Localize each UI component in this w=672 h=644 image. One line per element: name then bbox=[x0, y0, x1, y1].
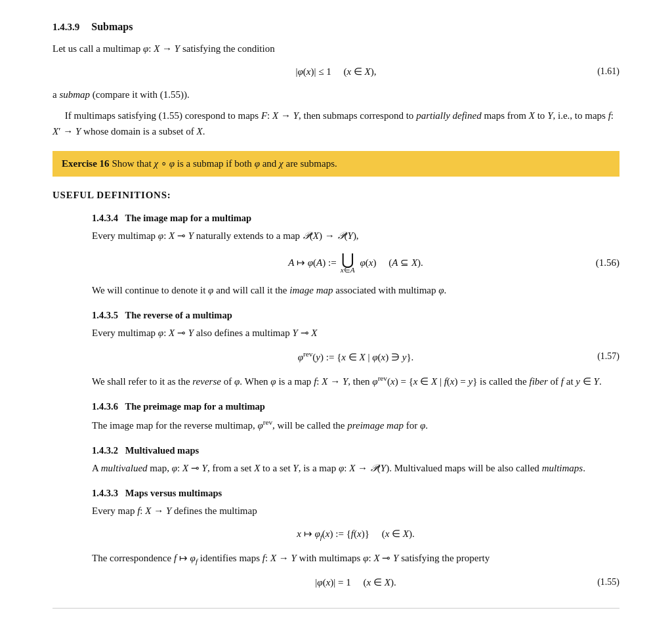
useful-defs-heading: USEFUL DEFINITIONS: bbox=[52, 190, 620, 201]
sub-number-1-4-3-6: 1.4.3.6 bbox=[92, 401, 118, 412]
intro-text: Let us call a multimap φ: X → Y satisfyi… bbox=[52, 41, 620, 56]
section-title: Submaps bbox=[91, 21, 133, 33]
submap-def-text: a submap (compare it with (1.55)). bbox=[52, 87, 620, 102]
sub-title-1-4-3-6: The preimage map for a multimap bbox=[125, 401, 265, 412]
section-number: 1.4.3.9 bbox=[52, 22, 79, 33]
sub-body-1-4-3-5-2: We shall refer to it as the reverse of φ… bbox=[92, 372, 620, 389]
formula-maps-vs-multimaps: x ↦ φf(x) := {f(x)} (x ∈ X). bbox=[92, 528, 620, 541]
sub-body-1-4-3-4-1: Every multimap φ: X ⊸ Y naturally extend… bbox=[92, 228, 620, 244]
subsection-1-4-3-5: 1.4.3.5 The reverse of a multimap Every … bbox=[92, 310, 620, 389]
formula-1-55: |φ(x)| = 1 (x ∈ X). (1.55) bbox=[92, 576, 620, 588]
sub-title-1-4-3-4: The image map for a multimap bbox=[125, 213, 252, 223]
sub-body-1-4-3-5-1: Every multimap φ: X ⊸ Y also defines a m… bbox=[92, 325, 620, 341]
subsection-1-4-3-6: 1.4.3.6 The preimage map for a multimap … bbox=[92, 401, 620, 433]
sub-body-1-4-3-2-1: A multivalued map, φ: X ⊸ Y, from a set … bbox=[92, 460, 620, 476]
formula-1-57: φrev(y) := {x ∈ X | φ(x) ∋ y}. (1.57) bbox=[92, 350, 620, 363]
sub-number-1-4-3-2: 1.4.3.2 bbox=[92, 445, 118, 456]
sub-number-1-4-3-5: 1.4.3.5 bbox=[92, 310, 118, 320]
subsection-1-4-3-2: 1.4.3.2 Multivalued maps A multivalued m… bbox=[92, 445, 620, 476]
sub-body-1-4-3-3-1: Every map f: X → Y defines the multimap bbox=[92, 503, 620, 519]
page-content: 1.4.3.9 Submaps Let us call a multimap φ… bbox=[0, 0, 672, 644]
exercise-16-box: Exercise 16 Show that χ ∘ φ is a submap … bbox=[52, 151, 620, 177]
exercise-text: Show that χ ∘ φ is a submap if both φ an… bbox=[112, 158, 337, 169]
eq-number-1-56: (1.56) bbox=[596, 257, 620, 268]
sub-number-1-4-3-4: 1.4.3.4 bbox=[92, 213, 118, 223]
sub-body-1-4-3-4-2: We will continue to denote it φ and will… bbox=[92, 282, 620, 298]
subsection-1-4-3-4: 1.4.3.4 The image map for a multimap Eve… bbox=[92, 213, 620, 298]
corespond-text: If multimaps satisfying (1.55) corespond… bbox=[52, 108, 620, 139]
exercise-label: Exercise 16 bbox=[62, 158, 110, 169]
subsection-1-4-3-3: 1.4.3.3 Maps versus multimaps Every map … bbox=[92, 488, 620, 588]
sub-title-1-4-3-5: The reverse of a multimap bbox=[125, 310, 232, 320]
sub-body-1-4-3-6-1: The image map for the reverse multimap, … bbox=[92, 416, 620, 433]
page-bottom-divider bbox=[52, 608, 620, 609]
sub-number-1-4-3-3: 1.4.3.3 bbox=[92, 488, 118, 498]
subsections-container: 1.4.3.4 The image map for a multimap Eve… bbox=[92, 213, 620, 588]
equation-1-61: |φ(x)| ≤ 1 (x ∈ X), (1.61) bbox=[52, 66, 620, 77]
sub-title-1-4-3-3: Maps versus multimaps bbox=[125, 488, 222, 498]
sub-title-1-4-3-2: Multivalued maps bbox=[125, 445, 199, 456]
formula-1-56: A ↦ φ(A) := ⋃ x∈A φ(x) (A ⊆ X). (1.56) bbox=[92, 251, 620, 274]
sub-body-1-4-3-3-2: The correspondence f ↦ φf identifies map… bbox=[92, 550, 620, 567]
